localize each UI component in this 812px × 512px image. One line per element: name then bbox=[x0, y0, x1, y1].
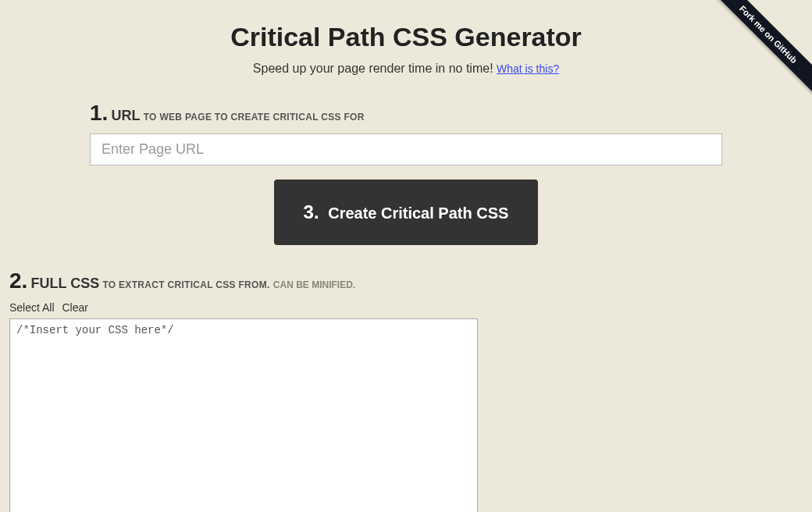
step2-hint: TO EXTRACT CRITICAL CSS FROM. bbox=[102, 279, 269, 290]
main-button-wrap: 3. Create Critical Path CSS bbox=[0, 180, 812, 245]
step2-label: 2. FULL CSS TO EXTRACT CRITICAL CSS FROM… bbox=[9, 268, 803, 293]
url-input[interactable] bbox=[90, 133, 722, 165]
css-textarea[interactable] bbox=[9, 318, 478, 512]
page-subtitle: Speed up your page render time in no tim… bbox=[0, 62, 812, 76]
step2-hint-soft: CAN BE MINIFIED. bbox=[273, 279, 355, 290]
step2-num: 2. bbox=[9, 268, 27, 293]
css-controls: Select All Clear bbox=[9, 301, 803, 314]
step1-num: 1. bbox=[90, 101, 108, 125]
clear-link[interactable]: Clear bbox=[62, 301, 87, 314]
step2-name: FULL CSS bbox=[31, 276, 100, 291]
what-is-this-link[interactable]: What is this? bbox=[497, 62, 559, 75]
select-all-link[interactable]: Select All bbox=[9, 301, 55, 314]
button-label: Create Critical Path CSS bbox=[328, 204, 508, 222]
header: Critical Path CSS Generator Speed up you… bbox=[0, 0, 812, 76]
step1-hint: TO WEB PAGE TO CREATE CRITICAL CSS FOR bbox=[144, 112, 365, 123]
section-url: 1. URL TO WEB PAGE TO CREATE CRITICAL CS… bbox=[90, 101, 722, 165]
page-title: Critical Path CSS Generator bbox=[0, 22, 812, 52]
github-ribbon-label: Fork me on GitHub bbox=[707, 0, 812, 96]
github-ribbon[interactable]: Fork me on GitHub bbox=[695, 0, 812, 117]
section-full-css: 2. FULL CSS TO EXTRACT CRITICAL CSS FROM… bbox=[9, 268, 803, 512]
create-critical-css-button[interactable]: 3. Create Critical Path CSS bbox=[274, 180, 539, 245]
step3-num: 3. bbox=[304, 201, 319, 222]
subtitle-text: Speed up your page render time in no tim… bbox=[253, 62, 493, 75]
step1-name: URL bbox=[112, 108, 141, 123]
step1-label: 1. URL TO WEB PAGE TO CREATE CRITICAL CS… bbox=[90, 101, 722, 126]
